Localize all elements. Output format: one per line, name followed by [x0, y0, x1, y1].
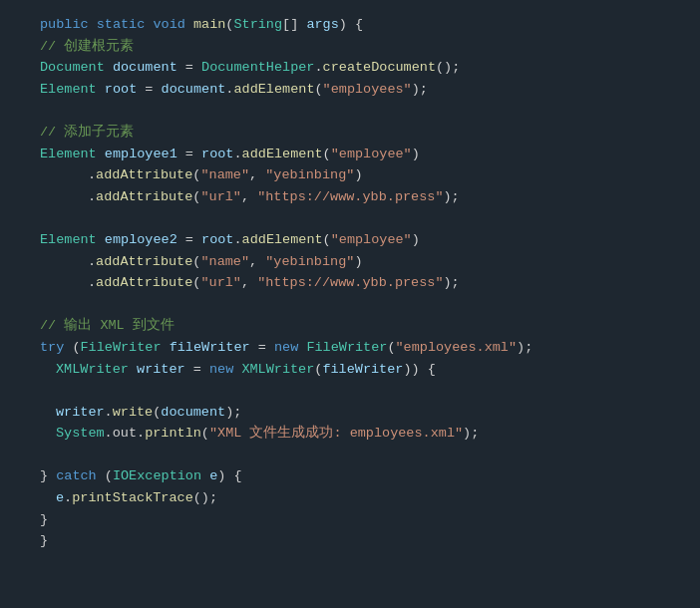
token-type: String — [233, 14, 282, 36]
token-plain: } — [40, 509, 48, 531]
token-plain: )) { — [403, 359, 435, 381]
token-plain: . — [88, 186, 96, 208]
token-plain: ( — [314, 79, 322, 101]
code-line: System.out.println("XML 文件生成成功: employee… — [0, 423, 700, 445]
token-plain: , — [241, 272, 257, 294]
token-str: "employees" — [323, 79, 412, 101]
token-kw: try — [40, 337, 64, 359]
token-plain: = — [137, 79, 161, 101]
token-plain: ) { — [217, 465, 241, 487]
token-var: document — [162, 79, 226, 101]
token-var: writer — [56, 402, 105, 424]
token-str: "XML 文件生成成功: employees.xml" — [209, 423, 463, 445]
code-line: XMLWriter writer = new XMLWriter(fileWri… — [0, 359, 700, 381]
token-plain: = — [185, 359, 209, 381]
token-str: "yebinbing" — [265, 164, 354, 186]
token-fn: printStackTrace — [72, 487, 193, 509]
code-line: .addAttribute("name", "yebinbing") — [0, 251, 700, 273]
token-plain: ); — [517, 337, 532, 359]
code-container: public static void main(String[] args) {… — [0, 10, 700, 556]
token-type: Element — [40, 229, 97, 251]
token-plain: ( — [323, 229, 331, 251]
token-fn: addAttribute — [96, 164, 192, 186]
token-var: document — [161, 402, 225, 424]
token-plain: } — [40, 530, 48, 552]
token-plain — [185, 14, 193, 36]
token-kw: public — [40, 14, 89, 36]
code-line: .addAttribute("url", "https://www.ybb.pr… — [0, 272, 700, 294]
code-line: Element employee2 = root.addElement("emp… — [0, 229, 700, 251]
code-line: } — [0, 509, 700, 531]
token-plain: ( — [153, 402, 161, 424]
token-plain: = — [177, 57, 201, 79]
token-str: "employee" — [331, 144, 412, 165]
token-fn: main — [193, 14, 225, 36]
token-plain: , — [241, 186, 257, 208]
token-plain — [233, 359, 241, 381]
token-plain: , — [249, 251, 265, 273]
token-plain: (); — [436, 57, 460, 79]
token-var: employee1 — [105, 144, 177, 165]
token-fn: println — [145, 423, 201, 445]
code-line — [0, 380, 700, 402]
token-plain: ( — [323, 144, 331, 165]
token-var: e — [56, 487, 64, 509]
token-var: writer — [137, 359, 185, 381]
code-line: e.printStackTrace(); — [0, 487, 700, 509]
token-var: root — [105, 79, 137, 101]
token-kw: void — [153, 14, 184, 36]
token-plain: . — [88, 251, 96, 273]
token-type: XMLWriter — [56, 359, 129, 381]
code-line — [0, 294, 700, 316]
token-kw: new — [274, 337, 298, 359]
token-type: Element — [40, 79, 97, 101]
token-plain: . — [225, 79, 233, 101]
token-str: "url" — [200, 186, 241, 208]
token-fn: addAttribute — [96, 186, 192, 208]
token-comment: // 输出 XML 到文件 — [40, 315, 175, 337]
token-type: FileWriter — [306, 337, 387, 359]
token-kw: new — [209, 359, 233, 381]
code-line: // 输出 XML 到文件 — [0, 315, 700, 337]
code-line: // 创建根元素 — [0, 36, 700, 58]
token-plain: } — [40, 465, 56, 487]
token-plain: ( — [387, 337, 395, 359]
token-plain: . — [233, 229, 241, 251]
token-plain: ( — [201, 423, 209, 445]
token-plain: ) { — [339, 14, 363, 36]
code-line: } — [0, 530, 700, 552]
token-str: "employees.xml" — [396, 337, 518, 359]
token-var: root — [201, 144, 233, 165]
token-plain: . — [314, 57, 322, 79]
code-line: writer.write(document); — [0, 402, 700, 424]
token-plain: ( — [225, 14, 233, 36]
token-str: "employee" — [331, 229, 412, 251]
code-line: try (FileWriter fileWriter = new FileWri… — [0, 337, 700, 359]
token-plain — [97, 79, 105, 101]
token-plain: ) — [354, 164, 362, 186]
code-line: // 添加子元素 — [0, 122, 700, 144]
token-plain — [298, 337, 306, 359]
token-plain: ); — [444, 186, 460, 208]
token-fn: addElement — [233, 79, 314, 101]
token-type: FileWriter — [81, 337, 162, 359]
token-kw: catch — [56, 465, 97, 487]
token-plain: = — [177, 144, 201, 165]
token-plain: ); — [444, 272, 460, 294]
token-var: e — [209, 465, 217, 487]
code-line: Element employee1 = root.addElement("emp… — [0, 144, 700, 165]
token-plain: ); — [463, 423, 479, 445]
token-comment: // 添加子元素 — [40, 122, 134, 144]
token-plain — [97, 144, 105, 165]
code-line: .addAttribute("url", "https://www.ybb.pr… — [0, 186, 700, 208]
token-plain: ( — [314, 359, 322, 381]
token-plain: . — [88, 164, 96, 186]
token-comment: // 创建根元素 — [40, 36, 134, 58]
token-type: XMLWriter — [241, 359, 314, 381]
token-str: "url" — [200, 272, 241, 294]
token-str: "https://www.ybb.press" — [257, 186, 443, 208]
token-var: root — [201, 229, 233, 251]
token-plain: ); — [412, 79, 428, 101]
token-plain: . — [88, 272, 96, 294]
token-fn: addElement — [242, 144, 323, 165]
